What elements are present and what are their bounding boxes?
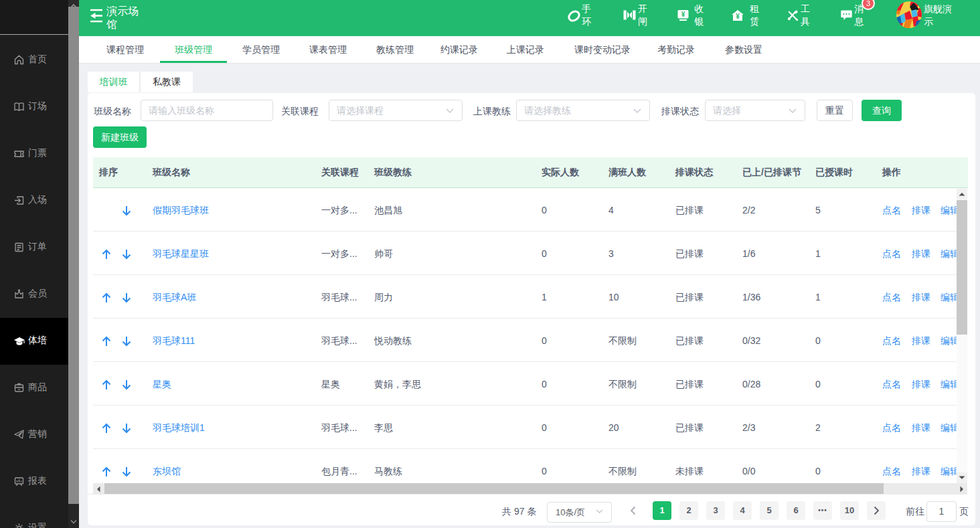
svg-text:¥: ¥ — [736, 13, 740, 20]
svg-text:¥: ¥ — [681, 11, 685, 18]
